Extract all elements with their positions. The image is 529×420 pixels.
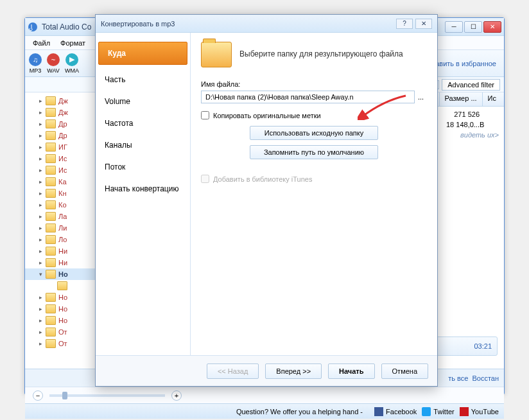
format-mp3[interactable]: ♫MP3 — [29, 53, 42, 74]
menu-file[interactable]: Файл — [28, 37, 55, 49]
folder-icon — [46, 293, 56, 302]
dialog-nav-item[interactable]: Поток — [96, 156, 190, 178]
select-all-link[interactable]: ть все — [448, 374, 468, 382]
tree-arrow-icon: ▸ — [39, 144, 46, 150]
copy-tags-input[interactable] — [201, 111, 209, 119]
add-favorite-link[interactable]: авить в избранное — [431, 60, 500, 67]
restore-link[interactable]: Восстан — [472, 374, 499, 382]
dialog-titlebar[interactable]: Конвертировать в mp3 ? ✕ — [96, 15, 437, 33]
remember-path-button[interactable]: Запомнить путь по умолчанию — [250, 145, 378, 159]
folder-icon — [46, 143, 56, 152]
folder-icon — [46, 154, 56, 163]
tree-arrow-icon: ▸ — [39, 121, 46, 127]
tree-arrow-icon: ▸ — [39, 167, 46, 173]
social-youtube[interactable]: YouTube — [460, 407, 499, 416]
dialog-title: Конвертировать в mp3 — [101, 20, 175, 28]
twitter-icon — [422, 407, 431, 416]
add-itunes-checkbox: Добавить в библиотеку iTunes — [201, 175, 427, 183]
folder-icon — [46, 166, 56, 175]
dialog-nav-item[interactable]: Частота — [96, 112, 190, 134]
tree-arrow-icon: ▸ — [39, 155, 46, 162]
tree-label: Но — [58, 270, 68, 278]
tree-label: Ни — [58, 259, 67, 267]
close-button[interactable]: ✕ — [483, 21, 501, 33]
tree-arrow-icon: ▸ — [39, 179, 46, 185]
status-bar: Question? We offer you a helping hand - … — [25, 403, 504, 419]
menu-format[interactable]: Формат — [55, 37, 91, 49]
format-wma[interactable]: ▶WMA — [65, 53, 79, 74]
dialog-content: Выберите папку для результирующего файла… — [191, 33, 437, 355]
player-time: 03:21 — [474, 342, 492, 350]
folder-icon — [46, 235, 56, 244]
folder-icon — [46, 131, 56, 140]
dialog-nav-item[interactable]: Часть — [96, 69, 190, 91]
folder-icon — [46, 200, 56, 209]
folder-icon — [57, 281, 67, 290]
folder-icon — [46, 108, 56, 117]
folder-icon — [46, 304, 56, 313]
app-icon — [28, 22, 38, 32]
tree-label: Но — [58, 293, 67, 301]
add-itunes-input — [201, 175, 209, 183]
dialog-close-button[interactable]: ✕ — [415, 19, 432, 29]
dialog-nav-item[interactable]: Volume — [96, 91, 190, 112]
folder-icon — [46, 177, 56, 186]
zoom-bar: − + — [25, 387, 504, 403]
cancel-button[interactable]: Отмена — [381, 363, 428, 379]
help-text: Question? We offer you a helping hand - — [30, 408, 369, 416]
zoom-slider[interactable] — [49, 394, 165, 397]
tree-arrow-icon: ▸ — [39, 259, 46, 266]
dialog-nav-item[interactable]: Начать конвертацию — [96, 178, 190, 200]
tree-label: ИГ — [58, 143, 67, 151]
tree-label: От — [58, 328, 67, 336]
folder-icon — [46, 96, 56, 105]
tree-label: Ко — [58, 201, 67, 209]
tree-label: Ли — [58, 224, 67, 232]
col-ext[interactable]: Ис — [482, 92, 501, 106]
tree-label: От — [58, 340, 67, 347]
folder-icon — [46, 328, 56, 337]
tree-arrow-icon: ▸ — [39, 306, 46, 312]
start-button[interactable]: Начать — [328, 363, 374, 379]
tree-label: Др — [58, 132, 67, 139]
dialog-nav-item[interactable]: Куда — [98, 42, 187, 65]
advanced-filter-button[interactable]: Advanced filter — [442, 79, 500, 91]
copy-tags-checkbox[interactable]: Копировать оригинальные метки — [201, 111, 427, 119]
zoom-in-button[interactable]: + — [171, 390, 182, 401]
tree-arrow-icon: ▸ — [39, 340, 46, 347]
tree-arrow-icon: ▸ — [39, 190, 46, 197]
zoom-out-button[interactable]: − — [33, 390, 43, 401]
tree-arrow-icon: ▸ — [39, 225, 46, 231]
tree-label: Дж — [58, 97, 68, 105]
social-twitter[interactable]: Twitter — [422, 407, 454, 416]
folder-icon — [46, 212, 56, 221]
tree-label: Ни — [58, 247, 67, 255]
tree-arrow-icon: ▸ — [39, 329, 46, 335]
forward-button[interactable]: Вперед >> — [265, 363, 322, 379]
col-size[interactable]: Размер ... — [439, 92, 482, 106]
tree-label: Др — [58, 120, 67, 128]
folder-icon — [46, 189, 56, 198]
tree-label: Ла — [58, 213, 67, 220]
folder-icon — [46, 339, 56, 348]
social-facebook[interactable]: Facebook — [374, 407, 417, 416]
tree-arrow-icon: ▸ — [39, 202, 46, 208]
dialog-nav: КудаЧастьVolumeЧастотаКаналыПотокНачать … — [96, 33, 191, 355]
tree-arrow-icon: ▸ — [39, 98, 46, 104]
tree-label: Ис — [58, 155, 67, 162]
dialog-nav-item[interactable]: Каналы — [96, 134, 190, 156]
tree-arrow-icon: ▸ — [39, 294, 46, 301]
minimize-button[interactable]: ─ — [445, 21, 463, 33]
maximize-button[interactable]: ☐ — [464, 21, 482, 33]
tree-arrow-icon: ▾ — [39, 271, 46, 277]
tree-label: Кн — [58, 189, 66, 197]
tree-label: Дж — [58, 109, 68, 116]
youtube-icon — [460, 407, 469, 416]
filename-input[interactable] — [201, 91, 415, 103]
use-source-folder-button[interactable]: Использовать исходную папку — [250, 126, 378, 140]
folder-icon — [46, 270, 56, 279]
dialog-help-button[interactable]: ? — [396, 19, 413, 29]
back-button[interactable]: << Назад — [207, 363, 259, 379]
format-wav[interactable]: ~WAV — [47, 53, 60, 74]
browse-button[interactable]: ... — [415, 93, 427, 101]
